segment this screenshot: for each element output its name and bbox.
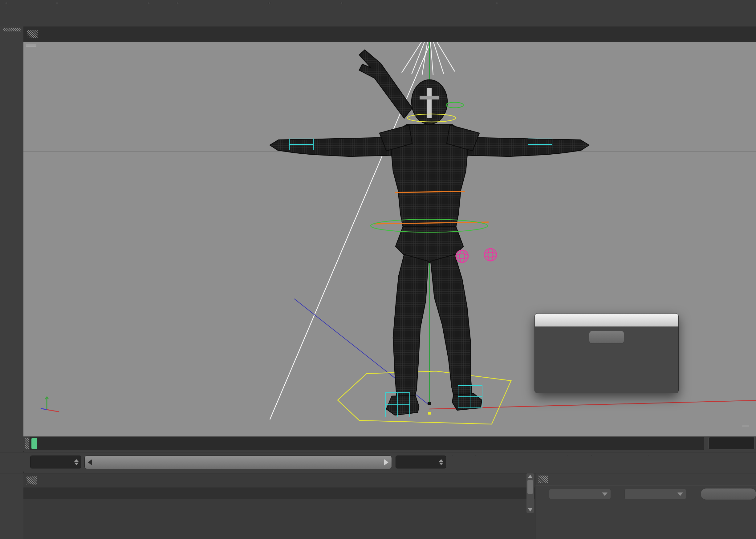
keyframe-group xyxy=(591,455,592,456)
material-list xyxy=(24,500,535,539)
spinner-arrows-icon[interactable] xyxy=(439,459,443,465)
axis-handle-dot xyxy=(428,412,431,415)
transport-group xyxy=(452,455,453,456)
coordinates-grip[interactable] xyxy=(539,476,548,483)
scroll-up-icon[interactable] xyxy=(528,475,533,478)
last-tool-group xyxy=(148,2,150,4)
material-menubar xyxy=(24,473,535,488)
coordinates-panel xyxy=(535,473,756,539)
timeline-range-slider[interactable] xyxy=(84,456,392,469)
axis-triad xyxy=(41,397,59,412)
viewport-menubar xyxy=(24,27,756,42)
playback-group xyxy=(475,455,476,456)
coordinate-system-dropdown[interactable] xyxy=(549,489,611,499)
apply-button[interactable] xyxy=(701,488,756,500)
grid-spacing-label xyxy=(742,425,749,427)
tools-group xyxy=(56,2,58,4)
scale-mode-dropdown[interactable] xyxy=(625,489,686,499)
right-ik-sphere xyxy=(484,249,496,261)
create-objects-group xyxy=(340,2,342,4)
light-group xyxy=(496,2,498,4)
left-boot xyxy=(386,396,419,415)
viewport-name-label xyxy=(26,44,37,47)
visor-vertical xyxy=(427,88,432,117)
left-ik-sphere xyxy=(456,250,468,263)
branding-column xyxy=(0,473,24,539)
main-toolbar xyxy=(0,0,756,27)
layout-group xyxy=(752,2,754,4)
visor-horizontal xyxy=(419,96,439,100)
cinema4d-window xyxy=(0,0,756,539)
bottom-panels xyxy=(0,473,756,539)
history-group xyxy=(5,2,7,4)
antenna xyxy=(359,50,412,118)
dialog-title xyxy=(535,314,678,327)
sidebar-grip[interactable] xyxy=(3,28,21,32)
left-arm xyxy=(270,137,394,156)
left-leg xyxy=(393,255,428,399)
current-frame-field[interactable] xyxy=(709,437,755,449)
chevron-down-icon xyxy=(602,493,608,496)
right-leg xyxy=(431,255,472,398)
timeline-button-group xyxy=(740,455,740,456)
coordinates-footer xyxy=(535,488,756,500)
timeline-start-field[interactable] xyxy=(30,456,81,468)
material-tabs xyxy=(24,488,535,499)
material-menu-grip[interactable] xyxy=(27,477,37,485)
timeline-end-field[interactable] xyxy=(396,456,446,468)
spinner-arrows-icon[interactable] xyxy=(74,459,79,465)
chevron-down-icon xyxy=(677,493,683,496)
mode-sidebar xyxy=(0,27,24,473)
ok-button[interactable] xyxy=(589,331,624,344)
viewport-menu-grip[interactable] xyxy=(27,30,38,38)
record-options-group xyxy=(648,455,649,456)
head-rotation-ring xyxy=(446,102,463,108)
right-arm xyxy=(465,137,589,156)
timeline-ruler[interactable] xyxy=(30,437,704,450)
material-manager xyxy=(24,473,535,539)
object-origin xyxy=(427,402,431,405)
ground-selection-hexagon xyxy=(338,371,511,424)
transport-row xyxy=(0,452,756,472)
timeline-grip[interactable] xyxy=(25,438,29,449)
axis-lock-group xyxy=(177,2,179,4)
coordinates-header xyxy=(535,473,756,486)
render-group xyxy=(268,2,271,4)
transport-group xyxy=(567,455,568,456)
slider-handle-icon[interactable] xyxy=(88,459,92,465)
scroll-down-icon[interactable] xyxy=(528,508,533,511)
scrollbar-thumb[interactable] xyxy=(527,480,533,494)
material-scrollbar[interactable] xyxy=(526,473,534,513)
info-dialog xyxy=(535,313,679,393)
slider-end-handle-icon[interactable] xyxy=(384,459,389,465)
playhead[interactable] xyxy=(32,438,37,449)
timeline-row xyxy=(24,436,756,451)
